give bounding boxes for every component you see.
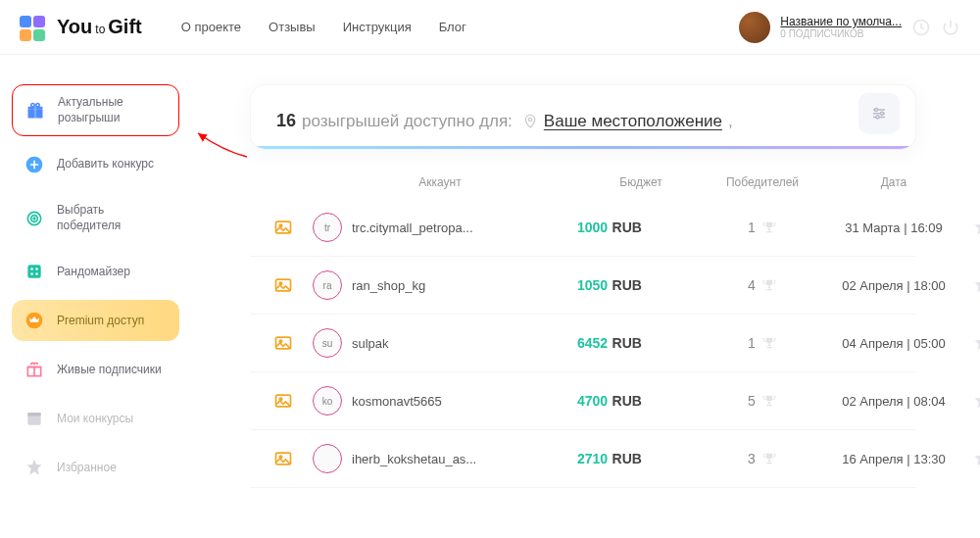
banner-comma: , (728, 112, 733, 131)
sidebar-item-live-subs[interactable]: Живые подписчики (12, 349, 179, 390)
svg-point-12 (35, 269, 38, 271)
banner-text: розыгрышей доступно для: (302, 112, 513, 131)
account-avatar: su (313, 328, 342, 358)
clock-icon[interactable] (911, 18, 931, 37)
table-row[interactable]: tr trc.citymall_petropa... 1000 RUB 1 31… (250, 199, 916, 257)
sidebar-item-randomizer[interactable]: Рандомайзер (12, 251, 179, 292)
svg-point-19 (528, 118, 531, 121)
giveaway-count: 16 (276, 111, 296, 131)
sidebar-item-active-giveaways[interactable]: Актуальные розыгрыши (12, 84, 179, 136)
image-icon (264, 391, 303, 411)
budget-amount: 6452 (577, 335, 608, 351)
trophy-icon (761, 393, 777, 409)
date-label: 04 Апреля | 05:00 (820, 336, 967, 351)
account-name: ran_shop_kg (352, 278, 425, 293)
svg-point-22 (876, 116, 879, 119)
svg-point-4 (31, 103, 34, 106)
sidebar-item-label: Избранное (57, 461, 117, 476)
date-label: 02 Апреля | 18:00 (820, 278, 967, 293)
favorite-star[interactable] (967, 218, 980, 237)
dice-icon (24, 261, 45, 282)
budget-amount: 4700 (577, 393, 608, 409)
power-icon[interactable] (941, 18, 960, 37)
location-pin-icon (522, 114, 538, 129)
trophy-icon (761, 335, 777, 351)
account-avatar: tr (313, 213, 342, 242)
account-name: iherb_kokshetau_as... (352, 452, 476, 466)
svg-rect-18 (27, 414, 40, 416)
location-link[interactable]: Ваше местоположение (544, 112, 722, 131)
favorite-star[interactable] (967, 275, 980, 295)
image-icon (264, 275, 303, 295)
date-label: 16 Апреля | 13:30 (820, 452, 967, 466)
svg-point-13 (30, 273, 33, 276)
table-row[interactable]: ra ran_shop_kg 1050 RUB 4 02 Апреля | 18… (250, 257, 916, 315)
svg-point-11 (30, 269, 33, 271)
gift-icon (24, 100, 46, 122)
sidebar-item-label: Живые подписчики (57, 363, 162, 378)
banner: 16 розыгрышей доступно для: Ваше местопо… (250, 84, 916, 150)
column-account: Аккаунт (303, 175, 577, 189)
account-name: kosmonavt5665 (352, 394, 442, 409)
sidebar-item-label: Рандомайзер (57, 265, 130, 280)
column-budget: Бюджет (577, 175, 705, 189)
svg-rect-10 (27, 266, 40, 278)
nav-blog[interactable]: Блог (439, 20, 466, 34)
favorite-star[interactable] (967, 391, 980, 411)
account-avatar: ko (313, 386, 342, 416)
filter-button[interactable] (858, 92, 900, 133)
budget-amount: 1050 (577, 277, 608, 293)
sidebar-item-add-contest[interactable]: Добавить конкурс (12, 144, 179, 185)
sidebar-item-pick-winner[interactable]: Выбрать победителя (12, 193, 179, 243)
trophy-icon (761, 277, 777, 293)
star-icon (24, 457, 45, 478)
svg-point-20 (875, 108, 878, 111)
sidebar-item-label: Выбрать победителя (57, 203, 168, 233)
winners-count: 3 (748, 451, 756, 466)
header: YoutoGift О проекте Отзывы Инструкция Бл… (0, 0, 980, 55)
table-row[interactable]: iherb_kokshetau_as... 2710 RUB 3 16 Апре… (250, 430, 916, 488)
user-name-link[interactable]: Название по умолча... (780, 15, 902, 28)
budget-currency: RUB (612, 220, 642, 235)
nav-reviews[interactable]: Отзывы (269, 20, 316, 34)
favorite-star[interactable] (967, 333, 980, 353)
sidebar-item-label: Premium доступ (57, 314, 144, 329)
favorite-star[interactable] (967, 449, 980, 468)
account-name: trc.citymall_petropa... (352, 220, 473, 235)
sliders-icon (870, 104, 888, 122)
nav-about[interactable]: О проекте (181, 20, 241, 34)
calendar-icon (24, 408, 45, 429)
budget-amount: 1000 (577, 220, 608, 235)
trophy-icon (761, 220, 777, 235)
svg-point-5 (36, 103, 39, 106)
crown-icon (24, 310, 45, 331)
avatar[interactable] (739, 12, 770, 43)
target-icon (24, 208, 45, 229)
date-label: 31 Марта | 16:09 (820, 220, 967, 235)
plus-circle-icon (24, 154, 45, 175)
table-header: Аккаунт Бюджет Победителей Дата (250, 166, 916, 199)
budget-currency: RUB (612, 335, 642, 351)
image-icon (264, 218, 303, 237)
svg-point-14 (35, 273, 38, 276)
sidebar-item-label: Мои конкурсы (57, 412, 133, 427)
sidebar-item-favorites[interactable]: Избранное (12, 447, 179, 488)
logo-icon (20, 13, 49, 42)
sidebar-item-premium[interactable]: Premium доступ (12, 300, 179, 341)
svg-point-9 (33, 218, 35, 220)
trophy-icon (761, 451, 777, 466)
sidebar-item-label: Актуальные розыгрыши (58, 95, 167, 125)
table-body: tr trc.citymall_petropa... 1000 RUB 1 31… (250, 199, 916, 488)
nav-instructions[interactable]: Инструкция (343, 20, 412, 34)
budget-currency: RUB (612, 451, 642, 466)
budget-currency: RUB (612, 393, 642, 409)
sidebar-item-label: Добавить конкурс (57, 157, 154, 172)
logo[interactable]: YoutoGift (20, 13, 142, 42)
table-row[interactable]: su sulpak 6452 RUB 1 04 Апреля | 05:00 (250, 315, 916, 372)
sidebar-item-my-contests[interactable]: Мои конкурсы (12, 398, 179, 439)
gift2-icon (24, 359, 45, 380)
main: 16 розыгрышей доступно для: Ваше местопо… (191, 55, 980, 496)
column-winners: Победителей (705, 175, 820, 189)
table-row[interactable]: ko kosmonavt5665 4700 RUB 5 02 Апреля | … (250, 372, 916, 430)
svg-rect-3 (34, 106, 36, 118)
